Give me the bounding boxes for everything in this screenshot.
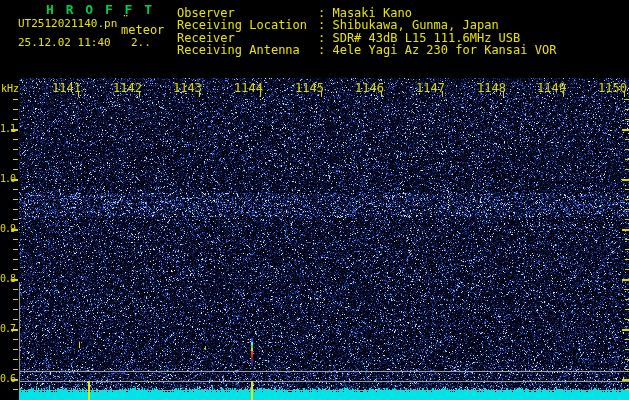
time-tick-label: 1143 (170, 81, 202, 95)
time-tick-label: 1144 (231, 81, 263, 95)
app-title: H R O F F T (46, 2, 154, 17)
info-label: Receiving Antenna (177, 43, 300, 57)
time-tick-label: 1149 (534, 81, 566, 95)
time-tick-label: 1146 (352, 81, 384, 95)
info-row-receiving-location: Receiving Location: Shibukawa, Gunma, Ja… (177, 18, 629, 30)
spectrogram-canvas (0, 0, 629, 400)
observation-datetime: 25.12.02 11:40 (18, 36, 111, 49)
freq-tick-label: 1.0 (0, 173, 16, 184)
info-value: : 4ele Yagi Az 230 for Kansai VOR (318, 43, 556, 57)
observation-mode-label: meteor (121, 23, 164, 37)
freq-tick-label: 0.8 (0, 273, 16, 284)
freq-tick-label: 0.7 (0, 323, 16, 334)
freq-tick-label: 0.6 (0, 373, 16, 384)
info-row-observer: Observer: Masaki Kano (177, 6, 629, 18)
freq-tick-label: 0.9 (0, 223, 16, 234)
info-row-receiving-antenna: Receiving Antenna: 4ele Yagi Az 230 for … (177, 43, 629, 55)
freq-tick-label: 1.1 (0, 123, 16, 134)
time-tick-label: 1150 (595, 81, 627, 95)
frequency-axis-unit-label: kHz (1, 83, 19, 94)
time-tick-label: 1148 (474, 81, 506, 95)
process-counter: 2.. (131, 36, 151, 49)
time-tick-label: 1145 (292, 81, 324, 95)
output-filename: UT2512021140.pn (18, 17, 117, 30)
info-row-receiver: Receiver: SDR# 43dB L15 111.6MHz USB (177, 31, 629, 43)
time-tick-label: 1147 (413, 81, 445, 95)
hrofft-screen: H R O F F T UT2512021140.pn ¨ meteor 25.… (0, 0, 629, 400)
time-tick-label: 1141 (49, 81, 81, 95)
station-info-table: Observer: Masaki KanoReceiving Location:… (177, 0, 629, 60)
time-tick-label: 1142 (110, 81, 142, 95)
